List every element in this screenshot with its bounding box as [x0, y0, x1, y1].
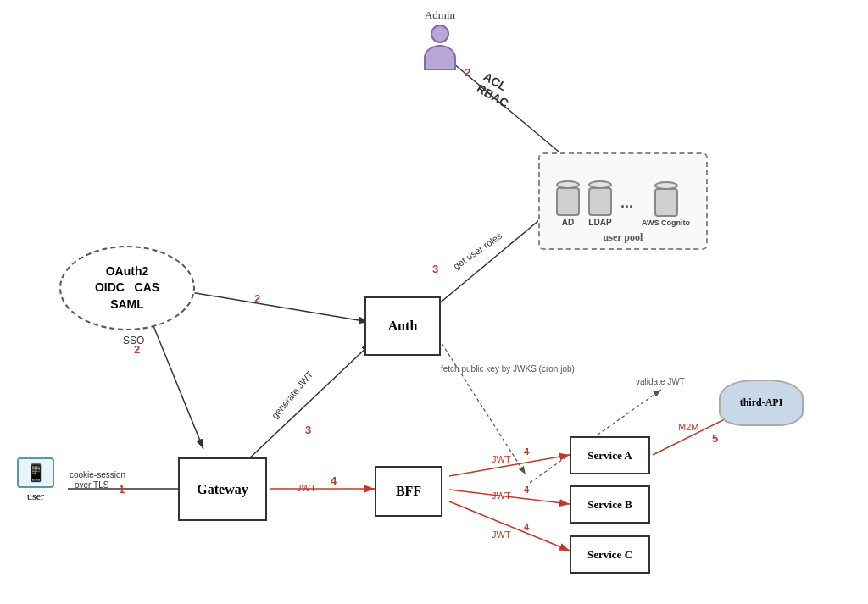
service-b-label: Service B: [587, 498, 632, 512]
db-ad-label: AD: [562, 218, 574, 227]
svg-line-8: [246, 343, 371, 462]
saml-label: SAML: [110, 296, 144, 313]
admin-head: [431, 25, 449, 43]
jwt-bff-c-label: JWT: [492, 529, 511, 540]
jwt-gateway-bff-num: 4: [331, 474, 337, 487]
diagram: Admin ACLRBAC 2 AD LDAP ... AWS Cog: [0, 0, 868, 604]
jwt-bff-b-label: JWT: [492, 490, 511, 501]
db-ad: AD: [556, 180, 580, 227]
svg-line-9: [432, 329, 526, 474]
auth-label: Auth: [388, 319, 418, 334]
svg-line-5: [148, 313, 203, 449]
jwt-bff-a-label: JWT: [492, 454, 511, 464]
auth-node: Auth: [364, 296, 441, 356]
third-api-label: third-API: [740, 396, 783, 409]
service-c-node: Service C: [570, 535, 650, 574]
over-tls-label: over TLS: [75, 480, 108, 490]
m2m-label: M2M: [678, 422, 698, 432]
svg-line-12: [449, 455, 570, 476]
bff-label: BFF: [396, 484, 421, 499]
cookie-session-label: cookie-session: [70, 470, 125, 479]
sso-auth-num: 2: [254, 292, 260, 305]
acl-rbac-label: ACLRBAC: [475, 69, 518, 110]
third-api-node: third-API: [719, 380, 804, 426]
get-user-roles-label: get user roles: [452, 230, 504, 271]
user-label: user: [27, 490, 44, 503]
sso-arrow-num: 2: [134, 343, 140, 356]
m2m-num: 5: [712, 432, 718, 445]
sso-text: SSO: [123, 335, 144, 346]
gateway-label: Gateway: [197, 482, 248, 497]
oidc-cas-label: OIDC CAS: [95, 280, 159, 296]
svg-line-13: [449, 490, 570, 504]
db-ldap-label: LDAP: [588, 218, 611, 227]
jwt-bff-c-num: 4: [524, 522, 529, 532]
user-pool-label: user pool: [540, 231, 706, 244]
jwt-gateway-bff-label: JWT: [297, 483, 316, 493]
svg-line-15: [653, 415, 733, 455]
validate-jwt-label: validate JWT: [636, 377, 685, 386]
get-user-roles-num: 3: [432, 263, 438, 275]
service-a-node: Service A: [570, 436, 650, 474]
arrow2-admin-label: 2: [465, 66, 470, 79]
admin-figure: Admin: [424, 8, 456, 70]
service-a-label: Service A: [587, 449, 632, 463]
service-c-label: Service C: [587, 548, 632, 562]
gen-jwt-num: 3: [305, 424, 311, 436]
gen-jwt-label: generate JWT: [270, 369, 315, 421]
admin-label: Admin: [425, 8, 455, 22]
user-pool-container: AD LDAP ... AWS Cognito user pool: [538, 152, 708, 250]
jwks-label: fetch public key by JWKS (cron job): [441, 364, 575, 374]
service-b-node: Service B: [570, 485, 650, 524]
svg-line-14: [449, 501, 570, 551]
db-ldap: LDAP: [588, 180, 612, 227]
arrow1-label: 1: [119, 483, 125, 496]
device-icon: 📱: [17, 457, 54, 488]
svg-line-6: [165, 288, 369, 322]
admin-body: [424, 45, 456, 70]
db-cognito-label: AWS Cognito: [642, 219, 690, 227]
sso-label: OAuth2: [106, 263, 149, 280]
gateway-node: Gateway: [178, 457, 267, 521]
bff-node: BFF: [375, 466, 442, 517]
db-dots: ...: [620, 194, 633, 212]
jwt-bff-b-num: 4: [524, 485, 529, 495]
jwt-bff-a-num: 4: [524, 446, 529, 457]
user-device: 📱 user: [17, 457, 54, 503]
sso-node: OAuth2 OIDC CAS SAML: [59, 246, 195, 330]
db-cognito: AWS Cognito: [642, 181, 690, 227]
